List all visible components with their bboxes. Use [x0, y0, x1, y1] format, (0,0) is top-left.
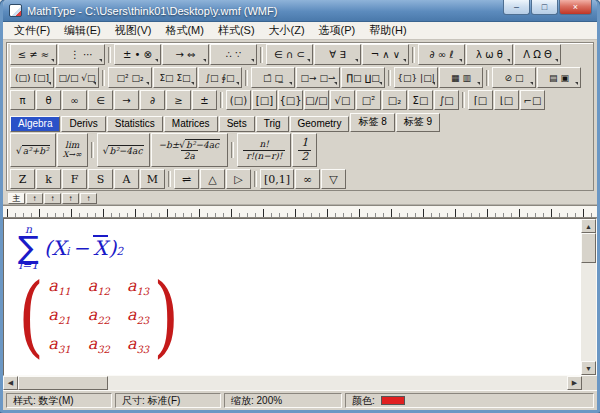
palette-quantifiers[interactable]: ∀ ∃	[314, 44, 361, 65]
palette-greek-lower[interactable]: λ ω θ	[466, 44, 513, 65]
interval-button[interactable]: [0,1]	[260, 169, 294, 189]
ruler[interactable]	[3, 205, 597, 218]
nabla-button[interactable]: ▽	[321, 169, 346, 189]
template-floor-button[interactable]: ⌊□	[494, 90, 519, 110]
palette-misc-symbols[interactable]: ∂ ∞ ℓ	[418, 44, 465, 65]
palette-products[interactable]: ∏□ ∐□	[341, 67, 385, 88]
palette-matrices[interactable]: ▦ ▥	[439, 67, 483, 88]
symbol-plusminus-button[interactable]: ±	[192, 90, 217, 110]
worksheet-tab[interactable]: ↑	[26, 193, 43, 204]
equation-canvas[interactable]: n ∑ i=1 (Xi−X)2 ( a11 a12 a13 a21	[4, 219, 581, 375]
symbol-arrow-button[interactable]: →	[114, 90, 139, 110]
scroll-up-button[interactable]: ▲	[581, 219, 596, 233]
template-corner-button[interactable]: ⌐□	[520, 90, 545, 110]
template-ceiling-button[interactable]: ⌈□	[468, 90, 493, 110]
tab-statistics[interactable]: Statistics	[107, 116, 163, 132]
algebra-template-one-half[interactable]: 12	[292, 133, 317, 167]
palette-sums[interactable]: Σ□ Σ□	[153, 67, 197, 88]
palette-relational[interactable]: ≤ ≠ ≈	[10, 44, 57, 65]
vertical-scrollbar[interactable]: ▲ ▼	[581, 219, 596, 375]
menu-format[interactable]: 格式(M)	[158, 22, 211, 39]
tab-derivs[interactable]: Derivs	[61, 116, 105, 132]
scroll-left-button[interactable]: ◀	[3, 376, 18, 390]
palette-integrals[interactable]: ∫□ ∮□	[198, 67, 242, 88]
tab-sets[interactable]: Sets	[219, 116, 255, 132]
palette-set-theory[interactable]: ∈ ∩ ⊂	[266, 44, 313, 65]
template-brackets-button[interactable]: [□]	[252, 90, 277, 110]
palette-arrow-templates[interactable]: □→ □⇀	[296, 67, 340, 88]
minimize-button[interactable]: –	[503, 0, 530, 15]
palette-fraction-radical[interactable]: □∕□ √□	[55, 67, 99, 88]
palette-spaces-ellipses[interactable]: ⋮ ⋯	[58, 44, 105, 65]
palette-operators[interactable]: ± • ⊗	[114, 44, 161, 65]
scroll-down-button[interactable]: ▼	[581, 361, 596, 375]
palette-fences[interactable]: (□) [□]	[10, 67, 54, 88]
algebra-template-combination[interactable]: n!r!(n−r)!	[237, 133, 291, 167]
letter-s-button[interactable]: S	[88, 169, 113, 189]
status-size[interactable]: 尺寸: 标准(F)	[115, 393, 221, 408]
palette-arrows[interactable]: → ⇔	[162, 44, 209, 65]
worksheet-tab[interactable]: ↑	[44, 193, 61, 204]
vertical-scroll-thumb[interactable]	[581, 233, 596, 263]
right-triangle-button[interactable]: ▷	[226, 169, 251, 189]
horizontal-scroll-thumb[interactable]	[18, 376, 108, 390]
palette-bars[interactable]: □̄ □̲	[251, 67, 295, 88]
tab-algebra[interactable]: Algebra	[10, 116, 60, 132]
vertical-scroll-track[interactable]	[581, 233, 596, 361]
worksheet-tab[interactable]: ↑	[80, 193, 97, 204]
algebra-template-quadratic-formula[interactable]: −b±√b²−4ac 2a	[151, 133, 229, 167]
horizontal-scroll-track[interactable]	[18, 376, 567, 390]
template-braces-button[interactable]: {□}	[278, 90, 303, 110]
letter-a-button[interactable]: A	[114, 169, 139, 189]
menu-help[interactable]: 帮助(H)	[362, 22, 413, 39]
palette-greek-upper[interactable]: Λ Ω Θ	[514, 44, 561, 65]
worksheet-tab[interactable]: ↑	[62, 193, 79, 204]
letter-f-button[interactable]: F	[62, 169, 87, 189]
status-style[interactable]: 样式: 数学(M)	[6, 393, 112, 408]
menu-edit[interactable]: 编辑(E)	[57, 22, 108, 39]
symbol-infinity-button[interactable]: ∞	[62, 90, 87, 110]
palette-strikes[interactable]: ⊘ □	[492, 67, 536, 88]
letter-z-button[interactable]: Z	[10, 169, 35, 189]
symbol-pi-button[interactable]: π	[10, 90, 35, 110]
status-color[interactable]: 颜色:	[345, 393, 594, 408]
algebra-template-limit[interactable]: limX→∞	[57, 133, 88, 167]
palette-sub-superscript[interactable]: □² □₂	[108, 67, 152, 88]
symbol-geq-button[interactable]: ≥	[166, 90, 191, 110]
letter-k-button[interactable]: k	[36, 169, 61, 189]
template-integral-button[interactable]: ∫□	[434, 90, 459, 110]
symbol-element-button[interactable]: ∈	[88, 90, 113, 110]
menu-style[interactable]: 样式(S)	[211, 22, 262, 39]
worksheet-tab-main[interactable]: 主	[8, 193, 25, 204]
algebra-template-sqrt-a2b2[interactable]: √a²+b²	[10, 133, 56, 167]
symbol-partial-button[interactable]: ∂	[140, 90, 165, 110]
menu-file[interactable]: 文件(F)	[7, 22, 57, 39]
template-parens-button[interactable]: (□)	[226, 90, 251, 110]
scroll-right-button[interactable]: ▶	[567, 376, 582, 390]
tab-geometry[interactable]: Geometry	[290, 116, 350, 132]
horizontal-scrollbar[interactable]: ◀ ▶	[3, 376, 582, 390]
triangle-button[interactable]: △	[200, 169, 225, 189]
symbol-theta-button[interactable]: θ	[36, 90, 61, 110]
equation-matrix[interactable]: ( a11 a12 a13 a21 a22 a23 a31 a32 a33 )	[14, 276, 184, 356]
palette-logic[interactable]: ∴ ∵	[210, 44, 257, 65]
palette-boxes[interactable]: ▤ ▣	[537, 67, 581, 88]
maximize-button[interactable]: □	[531, 0, 558, 15]
algebra-template-discriminant[interactable]: √b²−4ac	[97, 133, 150, 167]
menu-options[interactable]: 选项(P)	[312, 22, 363, 39]
tab-trig[interactable]: Trig	[256, 116, 289, 132]
color-swatch[interactable]	[381, 396, 405, 405]
letter-m-button[interactable]: M	[140, 169, 165, 189]
template-sum-button[interactable]: Σ□	[408, 90, 433, 110]
template-fraction-button[interactable]: □∕□	[304, 90, 329, 110]
equilibrium-arrow-button[interactable]: ⇌	[174, 169, 199, 189]
status-zoom[interactable]: 缩放: 200%	[224, 393, 342, 408]
tab-matrices[interactable]: Matrices	[164, 116, 218, 132]
template-sqrt-button[interactable]: √□	[330, 90, 355, 110]
menu-view[interactable]: 视图(V)	[108, 22, 159, 39]
tab-9[interactable]: 标签 9	[396, 113, 440, 132]
menu-size[interactable]: 大小(Z)	[262, 22, 312, 39]
titlebar[interactable]: MathType - C:\Users\think01\Desktop\y.wm…	[3, 0, 597, 22]
close-button[interactable]: ×	[559, 0, 592, 15]
palette-logic-ops[interactable]: ¬ ∧ ∨	[362, 44, 409, 65]
